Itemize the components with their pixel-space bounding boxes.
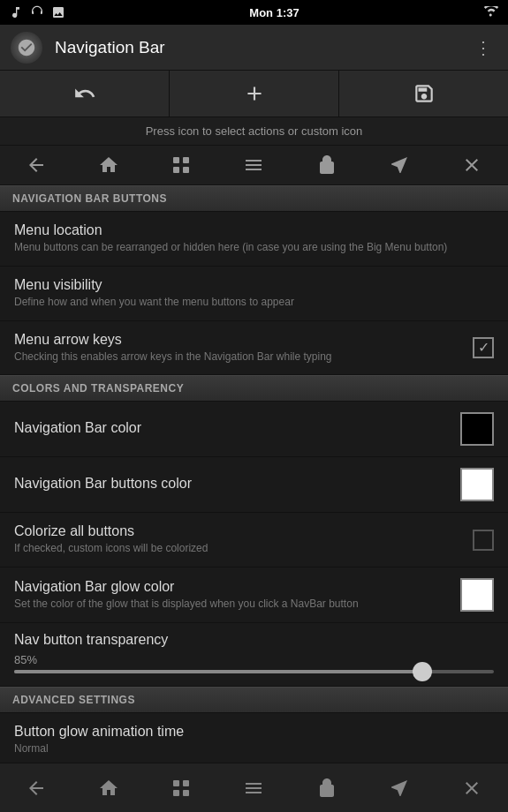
colorize-all-buttons-content: Colorize all buttons If checked, custom … <box>14 523 462 556</box>
overflow-menu-button[interactable]: ⋮ <box>469 34 497 62</box>
page-title: Navigation Bar <box>55 38 469 57</box>
svg-rect-7 <box>183 790 189 796</box>
nav-bar-buttons-color-title: Navigation Bar buttons color <box>14 476 450 492</box>
menu-visibility-item[interactable]: Menu visibility Define how and when you … <box>0 267 508 321</box>
svg-rect-5 <box>183 780 189 786</box>
nav-bar-buttons-color-item[interactable]: Navigation Bar buttons color <box>0 457 508 513</box>
nav-bar-buttons-color-content: Navigation Bar buttons color <box>14 476 450 493</box>
button-glow-animation-desc: Normal <box>14 741 494 756</box>
status-time: Mon 1:37 <box>249 6 299 19</box>
button-glow-animation-content: Button glow animation time Normal <box>14 724 494 756</box>
headset-icon <box>30 5 44 19</box>
svg-rect-2 <box>173 167 179 173</box>
bottom-nav-home[interactable] <box>72 763 145 812</box>
app-icon <box>11 32 42 64</box>
save-button[interactable] <box>339 71 508 117</box>
nav-bar-glow-color-swatch[interactable] <box>460 578 494 612</box>
section-header-colors: COLORS AND TRANSPARENCY <box>0 375 508 402</box>
section-header-nav-buttons: NAVIGATION BAR BUTTONS <box>0 185 508 212</box>
icon-action2[interactable] <box>363 154 436 176</box>
menu-visibility-desc: Define how and when you want the menu bu… <box>14 295 494 310</box>
menu-arrow-keys-content: Menu arrow keys Checking this enables ar… <box>14 332 462 365</box>
menu-location-desc: Menu buttons can be rearranged or hidden… <box>14 240 494 255</box>
slider-thumb[interactable] <box>413 662 432 681</box>
nav-bar-glow-color-desc: Set the color of the glow that is displa… <box>14 597 450 612</box>
status-bar-right <box>483 6 499 19</box>
music-icon <box>9 5 23 19</box>
icon-action3[interactable] <box>436 154 508 176</box>
bottom-nav-action1[interactable] <box>291 763 363 812</box>
button-glow-animation-title: Button glow animation time <box>14 724 494 740</box>
wifi-icon <box>483 6 499 19</box>
svg-rect-3 <box>183 167 189 173</box>
bottom-nav-back[interactable] <box>0 763 72 812</box>
slider-fill <box>14 670 422 673</box>
slider-track[interactable] <box>14 670 494 673</box>
bottom-nav-menu[interactable] <box>217 763 290 812</box>
icon-recents[interactable] <box>145 154 217 176</box>
menu-location-content: Menu location Menu buttons can be rearra… <box>14 222 494 255</box>
nav-bar-color-title: Navigation Bar color <box>14 420 450 436</box>
menu-arrow-keys-item[interactable]: Menu arrow keys Checking this enables ar… <box>0 321 508 376</box>
hint-text: Press icon to select actions or custom i… <box>0 117 508 146</box>
nav-bar-buttons-color-swatch[interactable] <box>460 468 494 501</box>
icon-row <box>0 146 508 185</box>
status-bar-left <box>9 5 65 19</box>
menu-arrow-keys-desc: Checking this enables arrow keys in the … <box>14 350 462 365</box>
slider-label: Nav button transparency <box>14 632 168 648</box>
icon-action1[interactable] <box>291 154 363 176</box>
menu-location-title: Menu location <box>14 222 494 238</box>
nav-bar-color-item[interactable]: Navigation Bar color <box>0 402 508 457</box>
add-button[interactable] <box>170 71 339 117</box>
bottom-nav <box>0 763 508 812</box>
nav-button-transparency-row: Nav button transparency 85% <box>0 623 508 687</box>
colorize-all-buttons-checkbox[interactable] <box>473 530 494 551</box>
bottom-nav-recents[interactable] <box>145 763 217 812</box>
status-bar: Mon 1:37 <box>0 0 508 25</box>
colorize-all-buttons-title: Colorize all buttons <box>14 523 462 539</box>
menu-visibility-title: Menu visibility <box>14 277 494 293</box>
nav-bar-glow-color-title: Navigation Bar glow color <box>14 579 450 595</box>
image-icon <box>51 5 65 19</box>
icon-back[interactable] <box>0 154 72 176</box>
nav-bar-color-swatch[interactable] <box>460 412 494 446</box>
svg-rect-1 <box>183 157 189 163</box>
menu-arrow-keys-title: Menu arrow keys <box>14 332 462 348</box>
nav-bar-glow-color-content: Navigation Bar glow color Set the color … <box>14 579 450 612</box>
button-glow-animation-item[interactable]: Button glow animation time Normal <box>0 713 508 768</box>
action-buttons-row <box>0 71 508 117</box>
colorize-all-buttons-desc: If checked, custom icons will be coloriz… <box>14 541 462 556</box>
section-header-advanced: ADVANCED SETTINGS <box>0 687 508 713</box>
nav-bar-color-content: Navigation Bar color <box>14 420 450 438</box>
undo-button[interactable] <box>0 71 170 117</box>
icon-menu[interactable] <box>217 154 290 176</box>
colorize-all-buttons-item[interactable]: Colorize all buttons If checked, custom … <box>0 513 508 568</box>
icon-home[interactable] <box>72 154 145 176</box>
svg-rect-0 <box>173 157 179 163</box>
bottom-nav-action3[interactable] <box>436 763 508 812</box>
slider-label-row: Nav button transparency <box>14 632 494 648</box>
menu-arrow-keys-checkbox[interactable] <box>473 337 494 358</box>
nav-bar-glow-color-item[interactable]: Navigation Bar glow color Set the color … <box>0 568 508 623</box>
top-bar: Navigation Bar ⋮ <box>0 25 508 71</box>
menu-location-item[interactable]: Menu location Menu buttons can be rearra… <box>0 212 508 267</box>
svg-rect-4 <box>173 780 179 786</box>
bottom-nav-action2[interactable] <box>363 763 436 812</box>
menu-visibility-content: Menu visibility Define how and when you … <box>14 277 494 310</box>
svg-rect-6 <box>173 790 179 796</box>
